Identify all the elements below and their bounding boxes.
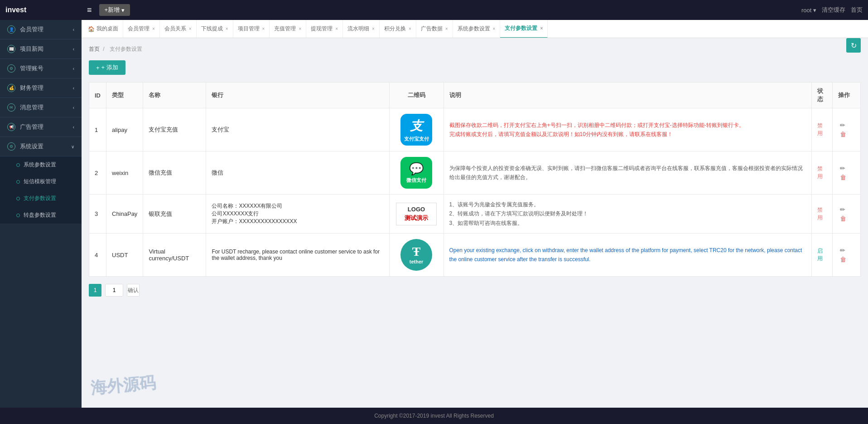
cell-bank: For USDT recharge, please contact online…	[206, 234, 389, 277]
cell-bank: 支付宝	[206, 108, 389, 151]
table-row: 1 alipay 支付宝充值 支付宝 支 支付宝支付 截图保存收款二维码，打开支…	[89, 108, 861, 151]
close-icon[interactable]: ×	[445, 26, 448, 31]
chevron-icon: ‹	[73, 66, 74, 71]
tab-project[interactable]: 项目管理 ×	[233, 20, 270, 38]
menu-toggle-icon[interactable]: ≡	[87, 5, 92, 15]
tab-pay-params[interactable]: 支付参数设置 ×	[500, 20, 548, 38]
cell-desc: Open your existing exchange, click on wi…	[444, 234, 812, 277]
cell-bank: 公司名称：XXXXXX有限公司 公司XXXXXXX支行 开户账户：XXXXXXX…	[206, 195, 389, 234]
add-record-button[interactable]: + + 添加	[89, 60, 125, 75]
page-input[interactable]	[105, 284, 123, 297]
goto-homepage-button[interactable]: 首页	[851, 6, 863, 14]
tab-ad-data[interactable]: 广告数据 ×	[416, 20, 453, 38]
pagination: 1 确认	[89, 284, 861, 297]
col-desc: 说明	[444, 83, 812, 108]
chevron-down-icon: ∨	[71, 144, 74, 149]
payment-table: ID 类型 名称 银行 二维码 说明 状态 操作 1 alipay 支付宝充值 …	[89, 82, 861, 277]
chevron-icon: ‹	[73, 27, 74, 32]
table-row: 4 USDT Virtual currency/USDT For USDT re…	[89, 234, 861, 277]
close-icon[interactable]: ×	[409, 26, 411, 31]
edit-button[interactable]: ✏	[838, 246, 847, 255]
close-icon[interactable]: ×	[299, 26, 301, 31]
app-logo: invest	[5, 6, 87, 14]
cell-actions: ✏ 🗑	[833, 108, 861, 151]
cell-desc: 为保障每个投资人的投资资金准确无误、实时到账，请扫一扫微信客服二维码或者咨询平台…	[444, 151, 812, 195]
sidebar-item-message[interactable]: ✉ 消息管理 ‹	[0, 98, 82, 117]
cell-id: 3	[89, 195, 106, 234]
close-icon[interactable]: ×	[493, 26, 496, 31]
edit-button[interactable]: ✏	[838, 205, 847, 214]
tab-desktop[interactable]: 🏠 我的桌面	[83, 20, 123, 38]
tab-withdraw[interactable]: 提现管理 ×	[306, 20, 343, 38]
chevron-icon: ‹	[73, 86, 74, 91]
edit-button[interactable]: ✏	[838, 121, 847, 130]
col-bank: 银行	[206, 83, 389, 108]
sidebar-item-finance[interactable]: 💰 财务管理 ‹	[0, 78, 82, 98]
home-icon: 🏠	[88, 26, 95, 32]
tab-flow[interactable]: 流水明细 ×	[343, 20, 380, 38]
chevron-icon: ‹	[73, 47, 74, 52]
sidebar-submenu-settings: 系统参数设置 短信模板管理 支付参数设置 转盘参数设置	[0, 156, 82, 224]
close-icon[interactable]: ×	[372, 26, 375, 31]
close-icon[interactable]: ×	[335, 26, 338, 31]
sidebar-item-account[interactable]: ⚙ 管理账号 ‹	[0, 59, 82, 78]
alipay-qr-icon: 支 支付宝支付	[400, 114, 432, 146]
cell-name: 微信充值	[143, 151, 206, 195]
cell-type: weixin	[106, 151, 143, 195]
chevron-icon: ‹	[73, 125, 74, 130]
close-icon[interactable]: ×	[152, 26, 155, 31]
cell-desc: 1、该账号为兆徽金投专属充值服务。2、转账成功，请在下方填写汇款说明以便财务及时…	[444, 195, 812, 234]
cell-status: 禁用	[812, 151, 833, 195]
cell-actions: ✏ 🗑	[833, 195, 861, 234]
tab-member[interactable]: 会员管理 ×	[123, 20, 160, 38]
col-name: 名称	[143, 83, 206, 108]
chevron-icon: ‹	[73, 105, 74, 110]
clear-cache-button[interactable]: 清空缓存	[822, 6, 845, 14]
cell-actions: ✏ 🗑	[833, 234, 861, 277]
dot-icon	[16, 197, 20, 200]
user-menu[interactable]: root ▾	[801, 7, 816, 14]
sidebar-item-pay-params[interactable]: 支付参数设置	[0, 190, 82, 207]
delete-button[interactable]: 🗑	[838, 255, 848, 264]
dot-icon	[16, 163, 20, 167]
new-add-button[interactable]: +新增 ▾	[99, 4, 130, 16]
close-icon[interactable]: ×	[226, 26, 228, 31]
news-icon: 📰	[7, 45, 15, 53]
cell-type: USDT	[106, 234, 143, 277]
tab-points[interactable]: 积分兑换 ×	[380, 20, 416, 38]
tab-downline[interactable]: 下线提成 ×	[197, 20, 233, 38]
delete-button[interactable]: 🗑	[838, 130, 848, 139]
sidebar-item-member[interactable]: 👤 会员管理 ‹	[0, 20, 82, 39]
close-icon[interactable]: ×	[540, 26, 543, 31]
sidebar-item-sys-params[interactable]: 系统参数设置	[0, 156, 82, 173]
tab-sys-params[interactable]: 系统参数设置 ×	[453, 20, 501, 38]
refresh-button[interactable]: ↻	[846, 38, 861, 53]
usdt-qr-icon: Ŧ tether	[400, 239, 432, 271]
chinapay-qr-icon: LOGO 测试演示	[396, 203, 437, 225]
dot-icon	[16, 214, 20, 217]
delete-button[interactable]: 🗑	[838, 214, 848, 223]
sidebar-item-news[interactable]: 📰 项目新闻 ‹	[0, 39, 82, 59]
sidebar-item-sms-template[interactable]: 短信模板管理	[0, 173, 82, 190]
page-1-button[interactable]: 1	[89, 284, 101, 297]
chevron-down-icon: ▾	[121, 7, 125, 14]
tabs-bar: 🏠 我的桌面 会员管理 × 会员关系 × 下线提成 × 项目管理 × 充值管理 …	[82, 20, 868, 38]
ad-icon: 📢	[7, 123, 15, 131]
sidebar-item-wheel-params[interactable]: 转盘参数设置	[0, 207, 82, 224]
breadcrumb-home[interactable]: 首页	[89, 46, 100, 52]
dot-icon	[16, 180, 20, 184]
sidebar-item-settings[interactable]: ⚙ 系统设置 ∨	[0, 137, 82, 156]
finance-icon: 💰	[7, 84, 15, 92]
sidebar-item-ad[interactable]: 📢 广告管理 ‹	[0, 117, 82, 137]
tab-member-relation[interactable]: 会员关系 ×	[160, 20, 197, 38]
breadcrumb: 首页 / 支付参数设置	[89, 45, 861, 53]
edit-button[interactable]: ✏	[838, 164, 847, 173]
go-button[interactable]: 确认	[127, 284, 140, 297]
user-icon: 👤	[7, 25, 15, 34]
delete-button[interactable]: 🗑	[838, 173, 848, 182]
close-icon[interactable]: ×	[189, 26, 192, 31]
tab-recharge[interactable]: 充值管理 ×	[270, 20, 306, 38]
cell-name: Virtual currency/USDT	[143, 234, 206, 277]
cell-qr-usdt: Ŧ tether	[389, 234, 444, 277]
close-icon[interactable]: ×	[262, 26, 265, 31]
